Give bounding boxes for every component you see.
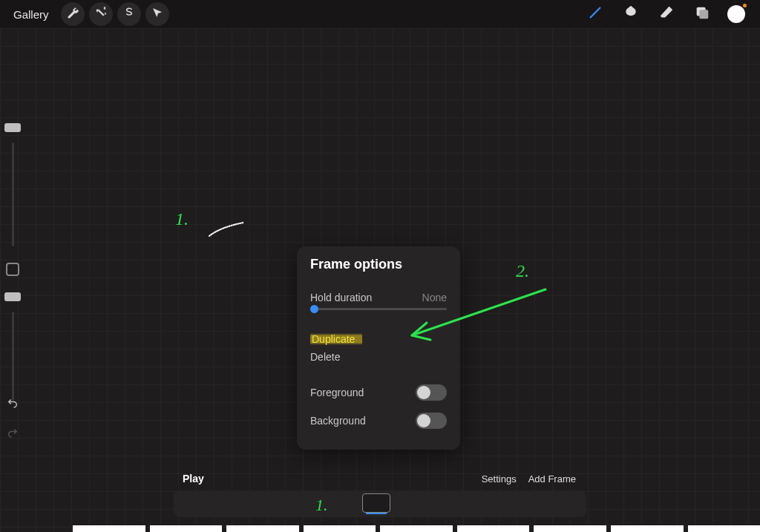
- wand-icon: [95, 7, 107, 22]
- background-toggle[interactable]: [416, 413, 447, 429]
- undo-icon: [6, 399, 19, 412]
- cursor-icon: [151, 7, 163, 22]
- redo-button[interactable]: [6, 426, 19, 442]
- hold-duration-slider[interactable]: [310, 308, 447, 310]
- top-toolbar: Gallery: [0, 0, 760, 28]
- brush-icon: [587, 4, 603, 24]
- brush-size-handle[interactable]: [4, 123, 21, 132]
- foreground-label: Foreground: [310, 387, 364, 398]
- selection-s-icon: [123, 7, 135, 22]
- timeline[interactable]: [174, 490, 586, 517]
- wrench-icon: [67, 7, 79, 22]
- opacity-track[interactable]: [12, 312, 14, 401]
- brush-tool[interactable]: [585, 4, 606, 24]
- add-frame-link[interactable]: Add Frame: [522, 470, 582, 487]
- film-strip: [73, 525, 760, 532]
- color-picker[interactable]: [727, 5, 745, 23]
- left-sidebar: [0, 123, 25, 401]
- settings-link[interactable]: Settings: [476, 470, 522, 487]
- layers-icon: [694, 4, 710, 24]
- selected-frame[interactable]: [362, 493, 390, 513]
- frame-options-popover: Frame options Hold duration None Duplica…: [297, 246, 460, 450]
- opacity-handle[interactable]: [4, 292, 21, 301]
- smudge-icon: [623, 4, 639, 24]
- hold-duration-value: None: [422, 292, 447, 303]
- duplicate-button[interactable]: Duplicate: [310, 333, 362, 345]
- hold-duration-knob[interactable]: [310, 305, 318, 313]
- hold-duration-label: Hold duration: [310, 292, 372, 303]
- play-button[interactable]: Play: [178, 470, 209, 487]
- layers-tool[interactable]: [692, 4, 712, 24]
- foreground-toggle[interactable]: [416, 384, 447, 401]
- delete-button[interactable]: Delete: [310, 346, 447, 368]
- adjustments-button[interactable]: [89, 2, 113, 26]
- background-label: Background: [310, 415, 366, 427]
- redo-icon: [6, 429, 19, 441]
- transform-button[interactable]: [145, 2, 169, 26]
- smudge-tool[interactable]: [620, 4, 641, 24]
- svg-rect-1: [699, 10, 708, 19]
- brush-size-track[interactable]: [12, 142, 14, 246]
- eraser-tool[interactable]: [656, 4, 677, 24]
- animation-bar: Play Settings Add Frame: [174, 467, 586, 520]
- gallery-link[interactable]: Gallery: [6, 5, 56, 24]
- actions-button[interactable]: [61, 2, 85, 26]
- selection-button[interactable]: [117, 2, 141, 26]
- popover-title: Frame options: [310, 257, 447, 272]
- eyedropper-button[interactable]: [6, 263, 19, 276]
- eraser-icon: [658, 4, 675, 24]
